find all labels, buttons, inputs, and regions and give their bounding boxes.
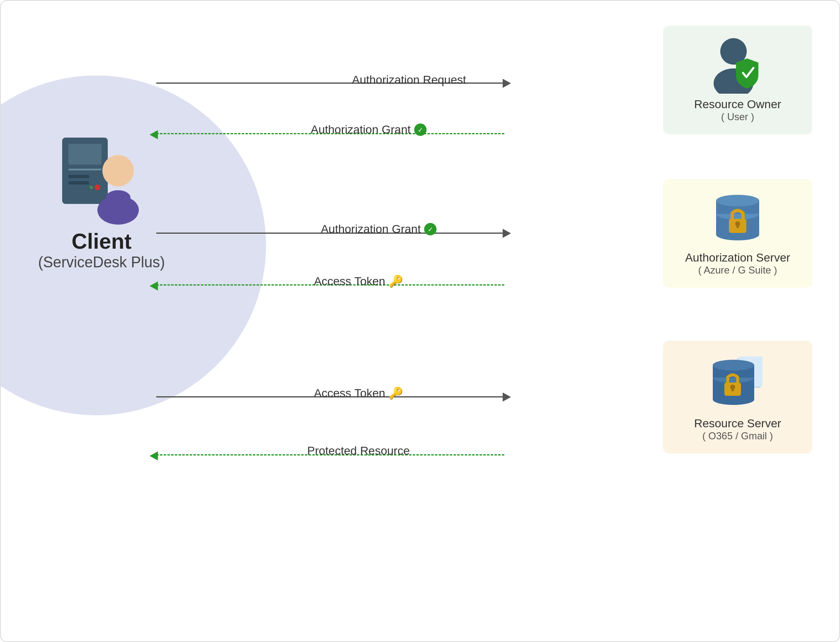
svg-rect-2: [68, 169, 102, 170]
check-badge-2: ✓: [414, 124, 426, 136]
svg-point-16: [716, 195, 759, 206]
svg-point-6: [90, 186, 93, 189]
svg-rect-1: [68, 144, 102, 165]
arrow-authorization-request: Authorization Request: [156, 73, 662, 94]
resource-server-box: Resource Server ( O365 / Gmail ): [663, 341, 812, 453]
key-icon-4: 🔑: [389, 274, 403, 288]
client-subtitle: (ServiceDesk Plus): [38, 254, 165, 271]
resource-server-title: Resource Server: [694, 417, 781, 430]
arrow-label-3: Authorization Grant ✓: [321, 223, 436, 236]
client-label: Client (ServiceDesk Plus): [38, 229, 165, 271]
arrow-access-token-1: Access Token 🔑: [156, 274, 662, 297]
client-section: Client (ServiceDesk Plus): [38, 129, 165, 271]
svg-point-9: [106, 190, 131, 205]
svg-rect-3: [68, 175, 89, 178]
arrow-label-1: Authorization Request: [352, 73, 466, 87]
main-diagram: Client (ServiceDesk Plus) Authorization …: [0, 0, 840, 642]
svg-point-7: [102, 155, 134, 187]
arrow-authorization-grant-1: Authorization Grant ✓: [156, 123, 662, 146]
arrow-protected-resource: Protected Resource: [156, 444, 662, 467]
arrow-head-4: [150, 281, 158, 291]
resource-owner-box: Resource Owner ( User ): [663, 26, 812, 134]
db-lock-icon: [711, 189, 765, 247]
arrow-label-2: Authorization Grant ✓: [311, 123, 426, 136]
check-badge-3: ✓: [424, 223, 436, 235]
key-icon-5: 🔑: [389, 386, 403, 400]
authorization-server-box: Authorization Server ( Azure / G Suite ): [663, 179, 812, 288]
resource-owner-subtitle: ( User ): [721, 111, 754, 123]
client-title: Client: [38, 229, 165, 254]
arrow-head-6: [150, 451, 158, 460]
arrow-label-4: Access Token 🔑: [314, 274, 403, 288]
arrow-authorization-grant-2: Authorization Grant ✓: [156, 223, 662, 245]
svg-point-5: [94, 184, 100, 190]
resource-owner-title: Resource Owner: [694, 98, 781, 111]
resource-server-subtitle: ( O365 / Gmail ): [702, 430, 773, 442]
db-files-icon: [709, 351, 767, 413]
arrow-access-token-2: Access Token 🔑: [156, 386, 662, 409]
arrow-head-3: [503, 229, 511, 238]
auth-server-subtitle: ( Azure / G Suite ): [698, 264, 777, 276]
svg-point-26: [713, 360, 754, 371]
arrow-label-5: Access Token 🔑: [314, 386, 403, 400]
client-icon: [54, 129, 149, 225]
arrow-head-2: [150, 130, 158, 139]
person-shield-icon: [711, 36, 765, 94]
arrow-head-1: [503, 79, 511, 88]
auth-server-title: Authorization Server: [685, 251, 790, 264]
svg-rect-29: [731, 387, 734, 391]
svg-rect-19: [736, 224, 739, 228]
svg-rect-4: [68, 181, 89, 184]
arrow-head-5: [503, 392, 511, 402]
arrow-label-6: Protected Resource: [307, 444, 409, 458]
